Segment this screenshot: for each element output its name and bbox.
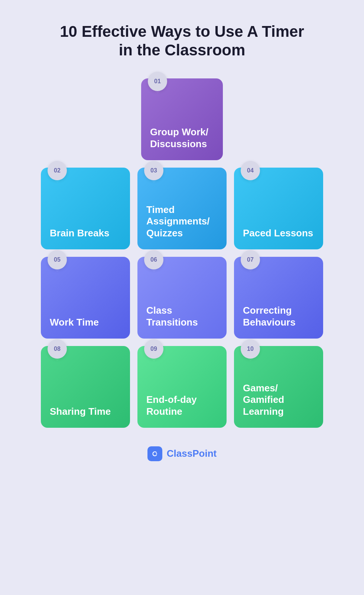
- card-label-7: Correcting Behaviours: [243, 305, 314, 328]
- card-number-3: 03: [144, 161, 163, 180]
- card-label-8: Sharing Time: [50, 406, 111, 417]
- card-wrapper-10: 10 Games/ Gamified Learning: [234, 346, 323, 428]
- card-1: Group Work/ Discussions: [141, 78, 223, 160]
- brand-logo-icon: [147, 446, 162, 461]
- card-label-2: Brain Breaks: [50, 227, 109, 239]
- svg-point-1: [156, 453, 157, 454]
- card-number-1: 01: [148, 72, 167, 91]
- card-wrapper-9: 09 End-of-day Routine: [137, 346, 227, 428]
- row-1: 01 Group Work/ Discussions: [22, 78, 342, 160]
- card-number-7: 07: [241, 250, 260, 269]
- card-number-2: 02: [48, 161, 67, 180]
- card-number-5: 05: [48, 250, 67, 269]
- card-label-6: Class Transitions: [146, 305, 218, 328]
- card-wrapper-6: 06 Class Transitions: [137, 257, 227, 339]
- card-wrapper-4: 04 Paced Lessons: [234, 168, 323, 249]
- row-2: 02 Brain Breaks 03 Timed Assignments/ Qu…: [22, 168, 342, 249]
- cards-grid: 01 Group Work/ Discussions 02 Brain Brea…: [22, 78, 342, 428]
- card-label-3: Timed Assignments/ Quizzes: [146, 204, 218, 239]
- card-number-6: 06: [144, 250, 163, 269]
- card-wrapper-1: 01 Group Work/ Discussions: [141, 78, 223, 160]
- card-wrapper-5: 05 Work Time: [41, 257, 130, 339]
- card-label-4: Paced Lessons: [243, 227, 313, 239]
- row-4: 08 Sharing Time 09 End-of-day Routine 10…: [22, 346, 342, 428]
- card-label-10: Games/ Gamified Learning: [243, 382, 314, 417]
- card-wrapper-3: 03 Timed Assignments/ Quizzes: [137, 168, 227, 249]
- card-label-9: End-of-day Routine: [146, 394, 218, 417]
- card-number-10: 10: [241, 339, 260, 359]
- card-number-4: 04: [241, 161, 260, 180]
- row-3: 05 Work Time 06 Class Transitions 07 Cor…: [22, 257, 342, 339]
- card-number-8: 08: [48, 339, 67, 359]
- card-number-9: 09: [144, 339, 163, 359]
- card-label-1: Group Work/ Discussions: [150, 126, 214, 149]
- card-wrapper-7: 07 Correcting Behaviours: [234, 257, 323, 339]
- footer: ClassPoint: [147, 446, 217, 461]
- page-title: 10 Effective Ways to Use A Timer in the …: [52, 22, 312, 60]
- card-label-5: Work Time: [50, 317, 99, 328]
- svg-rect-0: [151, 450, 159, 457]
- card-wrapper-2: 02 Brain Breaks: [41, 168, 130, 249]
- card-wrapper-8: 08 Sharing Time: [41, 346, 130, 428]
- brand-name: ClassPoint: [167, 448, 217, 459]
